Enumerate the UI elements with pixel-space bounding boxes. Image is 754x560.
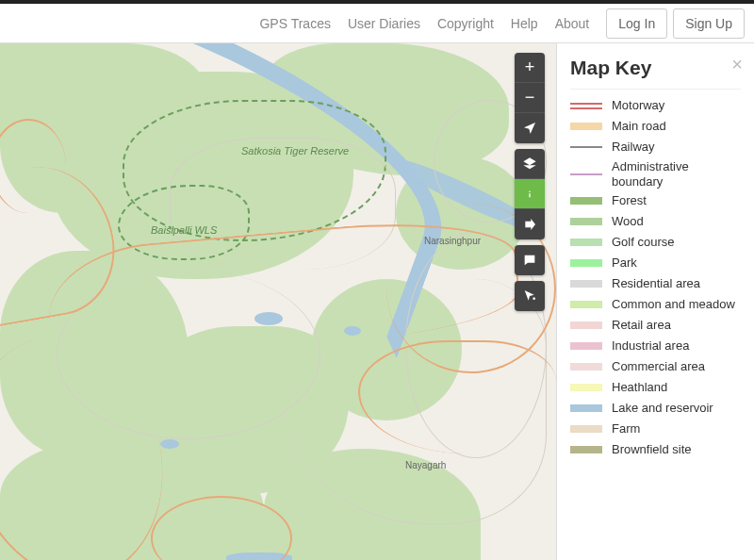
- add-note-button[interactable]: [515, 245, 545, 275]
- plus-icon: +: [525, 58, 535, 77]
- location-arrow-icon: [522, 121, 537, 136]
- sidebar-title: Map Key: [570, 57, 741, 79]
- nav-link-user-diaries[interactable]: User Diaries: [342, 12, 426, 35]
- map-key-label: Main road: [612, 119, 666, 134]
- map-controls: + −: [515, 53, 545, 311]
- comment-plus-icon: [522, 253, 537, 268]
- map-key-swatch: [570, 173, 602, 175]
- map-key-swatch: [570, 103, 602, 109]
- map-key-swatch: [570, 446, 602, 453]
- map-key-row: Railway: [570, 137, 741, 157]
- map-key-label: Lake and reservoir: [612, 401, 713, 416]
- map-key-sidebar: × Map Key MotorwayMain roadRailwayAdmini…: [556, 43, 754, 560]
- map-key-label: Railway: [612, 140, 655, 155]
- map-key-swatch: [570, 384, 602, 391]
- map-key-row: Common and meadow: [570, 294, 741, 315]
- map-key-row: Park: [570, 253, 741, 273]
- map-key-row: Heathland: [570, 377, 741, 398]
- map-key-row: Brownfield site: [570, 439, 741, 460]
- top-nav: GPS Traces User Diaries Copyright Help A…: [0, 4, 754, 43]
- cursor-question-icon: [522, 288, 537, 304]
- map-key-row: Lake and reservoir: [570, 398, 741, 419]
- map-label-baisipalli: Baisipalli WLS: [151, 224, 217, 236]
- map-key-label: Brownfield site: [612, 442, 692, 457]
- map-key-button[interactable]: [515, 179, 545, 209]
- map-tools-group: [515, 149, 545, 239]
- close-icon: ×: [731, 54, 743, 74]
- share-icon: [522, 217, 537, 232]
- map-key-row: Farm: [570, 419, 741, 439]
- signup-button[interactable]: Sign Up: [673, 8, 745, 39]
- nav-link-copyright[interactable]: Copyright: [432, 12, 500, 35]
- map-key-row: Retail area: [570, 315, 741, 336]
- map-key-label: Residential area: [612, 276, 700, 291]
- locate-button[interactable]: [515, 113, 545, 143]
- map-key-label: Common and meadow: [612, 297, 735, 312]
- close-sidebar-button[interactable]: ×: [731, 55, 743, 74]
- layers-button[interactable]: [515, 149, 545, 179]
- minus-icon: −: [525, 88, 535, 107]
- map-key-row: Golf course: [570, 232, 741, 253]
- map-key-row: Motorway: [570, 95, 741, 116]
- map-key-swatch: [570, 239, 602, 246]
- map-key-label: Golf course: [612, 235, 674, 250]
- map-key-swatch: [570, 342, 602, 350]
- map-label-nayagarh: Nayagarh: [405, 460, 446, 470]
- map-key-label: Heathland: [612, 380, 667, 395]
- nav-link-about[interactable]: About: [549, 12, 596, 35]
- main-area: Satkosia Tiger Reserve Baisipalli WLS Na…: [0, 43, 754, 560]
- map-key-row: Forest: [570, 190, 741, 211]
- map-key-swatch: [570, 123, 602, 130]
- map-key-label: Commercial area: [612, 359, 705, 374]
- map-label-satkosia: Satkosia Tiger Reserve: [241, 145, 349, 156]
- map-key-row: Commercial area: [570, 356, 741, 377]
- map-key-swatch: [570, 301, 602, 308]
- map-lake: [160, 439, 179, 449]
- map-key-row: Main road: [570, 116, 741, 137]
- map-key-row: Administrative boundary: [570, 157, 741, 190]
- auth-button-group: Log In Sign Up: [606, 8, 745, 39]
- map-key-label: Park: [612, 255, 637, 271]
- map-key-row: Residential area: [570, 273, 741, 294]
- map-canvas[interactable]: Satkosia Tiger Reserve Baisipalli WLS Na…: [0, 43, 556, 560]
- map-label-narasinghpur: Narasinghpur: [424, 236, 481, 246]
- map-key-swatch: [570, 280, 602, 288]
- zoom-out-button[interactable]: −: [515, 83, 545, 113]
- map-key-swatch: [570, 197, 602, 205]
- nav-link-gps-traces[interactable]: GPS Traces: [254, 12, 336, 35]
- map-key-label: Farm: [612, 421, 640, 436]
- map-key-swatch: [570, 259, 602, 267]
- login-button[interactable]: Log In: [606, 8, 667, 39]
- map-key-label: Wood: [612, 214, 644, 229]
- map-key-swatch: [570, 363, 602, 371]
- layers-icon: [522, 156, 537, 172]
- zoom-in-button[interactable]: +: [515, 53, 545, 83]
- map-key-swatch: [570, 146, 602, 148]
- share-button[interactable]: [515, 209, 545, 239]
- map-key-label: Retail area: [612, 318, 671, 333]
- zoom-group: + −: [515, 53, 545, 143]
- map-key-label: Forest: [612, 193, 647, 208]
- map-key-label: Industrial area: [612, 338, 689, 354]
- map-key-label: Administrative boundary: [612, 159, 741, 189]
- query-features-button[interactable]: [515, 281, 545, 311]
- map-key-swatch: [570, 425, 602, 433]
- map-key-swatch: [570, 404, 602, 412]
- map-key-row: Industrial area: [570, 336, 741, 356]
- map-key-label: Motorway: [612, 98, 664, 113]
- info-icon: [522, 187, 537, 202]
- map-key-swatch: [570, 218, 602, 225]
- query-group: [515, 281, 545, 311]
- map-key-list: MotorwayMain roadRailwayAdministrative b…: [570, 89, 741, 460]
- map-key-swatch: [570, 321, 602, 329]
- nav-link-help[interactable]: Help: [505, 12, 544, 35]
- notes-group: [515, 245, 545, 275]
- map-key-row: Wood: [570, 211, 741, 232]
